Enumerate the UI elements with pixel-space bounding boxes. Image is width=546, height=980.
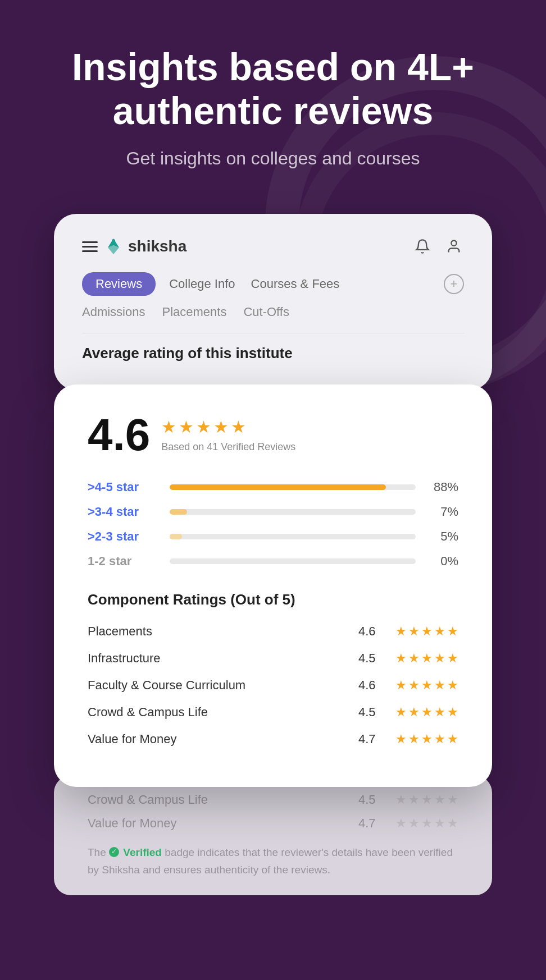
stars-row: ★ ★ ★ ★ ★: [161, 417, 295, 437]
star-3: ★: [196, 417, 211, 437]
shiksha-logo-icon: [103, 236, 124, 257]
component-value: Value for Money 4.7 ★ ★ ★ ★ ★: [88, 732, 458, 747]
bar-label-3: >2-3 star: [88, 529, 161, 544]
component-score-value: 4.7: [358, 732, 386, 747]
blur-score-value: 4.7: [358, 816, 386, 831]
component-score-campus: 4.5: [358, 705, 386, 720]
mini-stars-value: ★ ★ ★ ★ ★: [395, 732, 458, 747]
blur-name-campus: Crowd & Campus Life: [88, 793, 349, 807]
component-name-faculty: Faculty & Course Curriculum: [88, 678, 349, 693]
blur-row-campus: Crowd & Campus Life 4.5 ★ ★ ★ ★ ★: [88, 793, 458, 807]
verified-badge-icon: [109, 847, 119, 857]
bar-row-1: >4-5 star 88%: [88, 480, 458, 494]
tab-admissions[interactable]: Admissions: [82, 305, 145, 319]
hamburger-icon[interactable]: [82, 241, 98, 252]
star-1: ★: [161, 417, 176, 437]
verified-text: The Verified badge indicates that the re…: [88, 844, 458, 878]
component-score-faculty: 4.6: [358, 678, 386, 693]
blur-stars-campus: ★ ★ ★ ★ ★: [395, 793, 458, 807]
card-bottom-blur: Crowd & Campus Life 4.5 ★ ★ ★ ★ ★ Value …: [54, 776, 492, 895]
hero-subtitle: Get insights on colleges and courses: [34, 148, 512, 169]
rating-score: 4.6: [88, 413, 150, 457]
component-score-infrastructure: 4.5: [358, 651, 386, 666]
bar-fill-1: [170, 484, 386, 490]
component-name-campus: Crowd & Campus Life: [88, 705, 349, 720]
bar-pct-3: 5%: [425, 529, 458, 544]
verified-prefix: The: [88, 846, 109, 858]
bar-pct-4: 0%: [425, 554, 458, 569]
star-2: ★: [179, 417, 194, 437]
mini-stars-campus: ★ ★ ★ ★ ★: [395, 705, 458, 720]
blur-stars-value: ★ ★ ★ ★ ★: [395, 816, 458, 831]
tab-plus-icon[interactable]: +: [444, 274, 464, 294]
mini-stars-faculty: ★ ★ ★ ★ ★: [395, 678, 458, 693]
bell-icon[interactable]: [412, 236, 433, 257]
rating-bars: >4-5 star 88% >3-4 star 7% >2-3 star 5%: [88, 480, 458, 569]
star-4: ★: [213, 417, 229, 437]
bar-row-3: >2-3 star 5%: [88, 529, 458, 544]
tabs-row-2: Admissions Placements Cut-Offs: [82, 305, 464, 319]
tab-courses-fees[interactable]: Courses & Fees: [249, 272, 342, 296]
ratings-card: 4.6 ★ ★ ★ ★ ★ Based on 41 Verified Revie…: [54, 384, 492, 787]
component-faculty: Faculty & Course Curriculum 4.6 ★ ★ ★ ★ …: [88, 678, 458, 693]
tabs-row-1: Reviews College Info Courses & Fees +: [82, 272, 464, 296]
bar-track-2: [170, 509, 416, 515]
svg-point-3: [451, 241, 456, 246]
logo-text: shiksha: [128, 237, 186, 255]
tab-placements[interactable]: Placements: [162, 305, 226, 319]
hero-title: Insights based on 4L+ authentic reviews: [34, 45, 512, 132]
bar-track-4: [170, 558, 416, 564]
bar-label-2: >3-4 star: [88, 505, 161, 519]
star-half: ★: [231, 417, 246, 437]
tab-cutoffs[interactable]: Cut-Offs: [243, 305, 289, 319]
app-card-back: shiksha Reviews: [54, 214, 492, 390]
blur-row-value: Value for Money 4.7 ★ ★ ★ ★ ★: [88, 816, 458, 831]
hero-section: Insights based on 4L+ authentic reviews …: [0, 0, 546, 191]
rating-main: 4.6 ★ ★ ★ ★ ★ Based on 41 Verified Revie…: [88, 413, 458, 457]
bar-label-4: 1-2 star: [88, 554, 161, 569]
bar-pct-1: 88%: [425, 480, 458, 494]
user-icon[interactable]: [444, 236, 464, 257]
tab-reviews[interactable]: Reviews: [82, 272, 156, 296]
component-score-placements: 4.6: [358, 624, 386, 639]
component-campus: Crowd & Campus Life 4.5 ★ ★ ★ ★ ★: [88, 705, 458, 720]
bar-row-4: 1-2 star 0%: [88, 554, 458, 569]
phone-mockup: shiksha Reviews: [54, 214, 492, 895]
bar-label-1: >4-5 star: [88, 480, 161, 494]
rating-heading: Average rating of this institute: [82, 333, 464, 368]
blur-score-campus: 4.5: [358, 793, 386, 807]
rating-based: Based on 41 Verified Reviews: [161, 441, 295, 453]
mini-stars-infrastructure: ★ ★ ★ ★ ★: [395, 651, 458, 666]
component-title: Component Ratings (Out of 5): [88, 591, 458, 608]
bar-fill-3: [170, 534, 182, 539]
component-name-infrastructure: Infrastructure: [88, 651, 349, 666]
bar-track-3: [170, 534, 416, 539]
component-ratings: Component Ratings (Out of 5) Placements …: [88, 591, 458, 747]
bar-fill-2: [170, 509, 187, 515]
header-icons: [412, 236, 464, 257]
component-infrastructure: Infrastructure 4.5 ★ ★ ★ ★ ★: [88, 651, 458, 666]
component-name-placements: Placements: [88, 624, 349, 639]
app-header: shiksha: [82, 236, 464, 257]
logo-container: shiksha: [103, 236, 186, 257]
component-name-value: Value for Money: [88, 732, 349, 747]
component-placements: Placements 4.6 ★ ★ ★ ★ ★: [88, 624, 458, 639]
bar-track-1: [170, 484, 416, 490]
mini-stars-placements: ★ ★ ★ ★ ★: [395, 624, 458, 639]
bar-pct-2: 7%: [425, 505, 458, 519]
svg-point-2: [112, 239, 115, 242]
rating-stars-group: ★ ★ ★ ★ ★ Based on 41 Verified Reviews: [161, 417, 295, 453]
verified-word: Verified: [123, 846, 162, 858]
blur-name-value: Value for Money: [88, 816, 349, 831]
tab-college-info[interactable]: College Info: [167, 272, 237, 296]
bar-row-2: >3-4 star 7%: [88, 505, 458, 519]
